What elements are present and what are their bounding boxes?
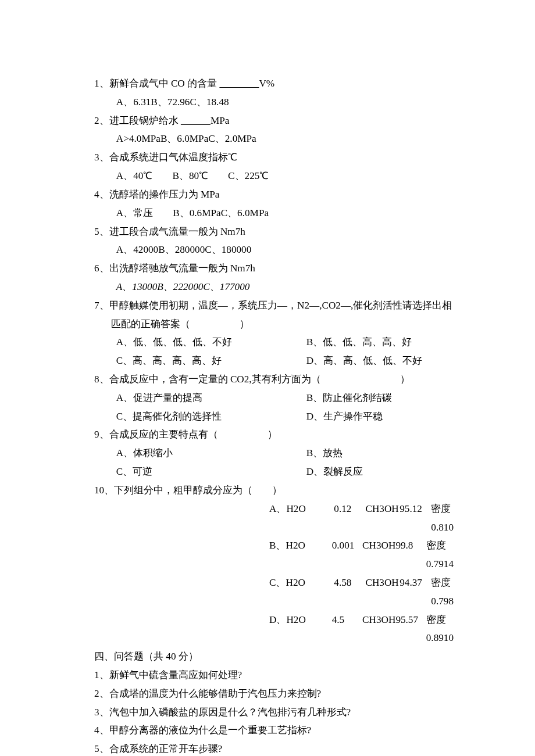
- cell: 0.12: [334, 500, 365, 537]
- q8-b: B、防止催化剂结碳: [306, 389, 454, 407]
- cell: B、H2O: [269, 536, 332, 574]
- sec4-q1: 1、新鲜气中硫含量高应如何处理?: [94, 666, 454, 685]
- q1-unit: V%: [259, 78, 274, 89]
- q6-options: A、13000B、222000C、177000: [94, 278, 454, 296]
- q7-b: B、低、低、高、高、好: [306, 333, 454, 352]
- table-row: C、H2O 4.58 CH3OH 94.37 密度 0.798: [269, 574, 454, 611]
- q8-a: A、促进产量的提高: [116, 389, 306, 407]
- question-8: 8、合成反应中，含有一定量的 CO2,其有利方面为（ ）: [94, 370, 454, 389]
- cell: 密度 0.798: [431, 574, 454, 611]
- q2-unit: MPa: [211, 115, 229, 126]
- cell: CH3OH: [362, 611, 395, 648]
- cell: D、H2O: [269, 611, 332, 648]
- question-3: 3、合成系统进口气体温度指标℃: [94, 148, 454, 167]
- cell: 密度 0.810: [431, 500, 454, 537]
- sec4-q4: 4、甲醇分离器的液位为什么是一个重要工艺指标?: [94, 721, 454, 740]
- q1-options: A、6.31B、72.96C、18.48: [94, 93, 454, 112]
- cell: 4.58: [334, 574, 365, 611]
- q7-row1: A、低、低、低、低、不好 B、低、低、高、高、好: [94, 333, 454, 352]
- q5-options: A、42000B、280000C、180000: [94, 241, 454, 259]
- q2-options: A>4.0MPaB、6.0MPaC、2.0MPa: [94, 130, 454, 148]
- q8-c: C、提高催化剂的选择性: [116, 407, 306, 426]
- q9-row2: C、可逆 D、裂解反应: [94, 463, 454, 481]
- q9-d: D、裂解反应: [306, 463, 454, 481]
- question-7-line2: 匹配的正确答案（ ）: [94, 315, 454, 334]
- cell: 94.37: [400, 574, 431, 611]
- cell: A、H2O: [269, 500, 334, 537]
- cell: 0.001: [332, 536, 362, 574]
- q7-row2: C、高、高、高、高、好 D、高、高、低、低、不好: [94, 352, 454, 370]
- sec4-q3: 3、汽包中加入磷酸盐的原因是什么？汽包排污有几种形式?: [94, 703, 454, 722]
- q2-label: 2、进工段锅炉给水: [94, 115, 181, 126]
- cell: CH3OH: [365, 574, 400, 611]
- table-row: D、H2O 4.5 CH3OH 95.57 密度 0.8910: [269, 611, 454, 648]
- q4-options: A、常压 B、0.6MPaC、6.0MPa: [94, 204, 454, 223]
- q8-row1: A、促进产量的提高 B、防止催化剂结碳: [94, 389, 454, 407]
- q1-label: 1、新鲜合成气中 CO 的含量: [94, 78, 219, 89]
- cell: 密度 0.7914: [426, 536, 454, 574]
- cell: 95.57: [395, 611, 426, 648]
- question-2: 2、进工段锅炉给水 MPa: [94, 112, 454, 130]
- question-1: 1、新鲜合成气中 CO 的含量 V%: [94, 74, 454, 93]
- cell: CH3OH: [365, 500, 400, 537]
- cell: 密度 0.8910: [426, 611, 454, 648]
- q7-c: C、高、高、高、高、好: [116, 352, 306, 370]
- cell: 95.12: [400, 500, 431, 537]
- q9-a: A、体积缩小: [116, 444, 306, 463]
- question-5: 5、进工段合成气流量一般为 Nm7h: [94, 223, 454, 241]
- q2-blank: [181, 115, 211, 126]
- section-4-title: 四、问答题（共 40 分）: [94, 647, 454, 666]
- q7-a: A、低、低、低、低、不好: [116, 333, 306, 352]
- sec4-q5: 5、合成系统的正常开车步骤?: [94, 740, 454, 756]
- question-6: 6、出洗醇塔驰放气流量一般为 Nm7h: [94, 259, 454, 278]
- cell: 4.5: [332, 611, 362, 648]
- q9-b: B、放热: [306, 444, 454, 463]
- q7-d: D、高、高、低、低、不好: [306, 352, 454, 370]
- q10-table: A、H2O 0.12 CH3OH 95.12 密度 0.810 B、H2O 0.…: [269, 500, 454, 648]
- question-10: 10、下列组分中，粗甲醇成分应为（ ）: [94, 481, 454, 500]
- q8-d: D、生产操作平稳: [306, 407, 454, 426]
- table-row: A、H2O 0.12 CH3OH 95.12 密度 0.810: [269, 500, 454, 537]
- q1-blank: [219, 78, 259, 89]
- q9-row1: A、体积缩小 B、放热: [94, 444, 454, 463]
- q9-c: C、可逆: [116, 463, 306, 481]
- question-9: 9、合成反应的主要特点有（ ）: [94, 425, 454, 444]
- cell: CH3OH: [362, 536, 395, 574]
- table-row: B、H2O 0.001 CH3OH 99.8 密度 0.7914: [269, 536, 454, 574]
- question-4: 4、洗醇塔的操作压力为 MPa: [94, 185, 454, 204]
- sec4-q2: 2、合成塔的温度为什么能够借助于汽包压力来控制?: [94, 685, 454, 703]
- q8-row2: C、提高催化剂的选择性 D、生产操作平稳: [94, 407, 454, 426]
- cell: 99.8: [395, 536, 426, 574]
- question-7-line1: 7、甲醇触媒使用初期，温度—，系统压力—，N2—,CO2—,催化剂活性请选择出相: [94, 296, 454, 315]
- cell: C、H2O: [269, 574, 334, 611]
- q3-options: A、40℃ B、80℃ C、225℃: [94, 167, 454, 185]
